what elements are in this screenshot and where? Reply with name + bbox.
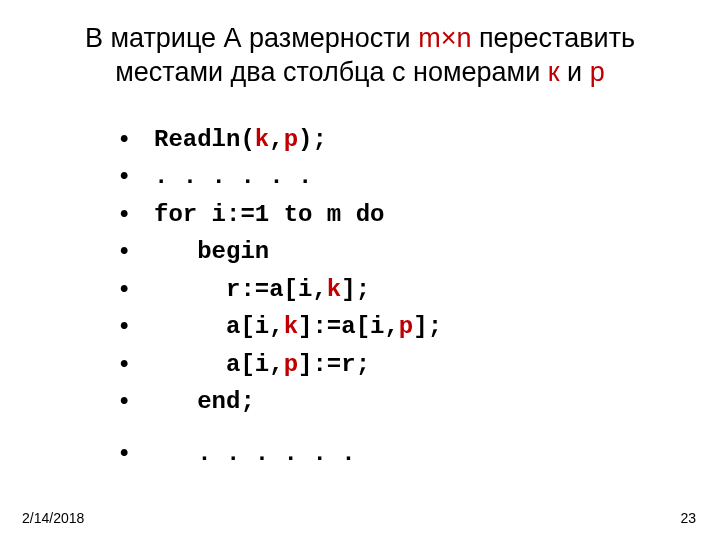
title-p: р bbox=[590, 57, 605, 87]
code-line-2: •. . . . . . bbox=[120, 157, 720, 195]
bullet-icon: • bbox=[120, 345, 154, 381]
code-line-5: • r:=a[i,k]; bbox=[120, 270, 720, 308]
code-text: . . . . . . bbox=[154, 163, 312, 190]
code-text: , bbox=[269, 126, 283, 153]
code-text: Readln( bbox=[154, 126, 255, 153]
code-text: m bbox=[312, 201, 355, 228]
code-text: ); bbox=[298, 126, 327, 153]
bullet-icon: • bbox=[120, 120, 154, 156]
code-text: ]:=a[i, bbox=[298, 313, 399, 340]
code-line-6: • a[i,k]:=a[i,p]; bbox=[120, 307, 720, 345]
title-dim: m×n bbox=[418, 23, 471, 53]
code-text: i:=1 bbox=[197, 201, 283, 228]
bullet-icon: • bbox=[120, 157, 154, 193]
code-line-4: • begin bbox=[120, 232, 720, 270]
title-k: к bbox=[548, 57, 560, 87]
code-var-k: k bbox=[255, 126, 269, 153]
code-text: r:=a[i, bbox=[154, 276, 327, 303]
code-var-p: p bbox=[284, 126, 298, 153]
slide-title: В матрице А размерности m×n переставить … bbox=[0, 0, 720, 90]
code-var-p: p bbox=[399, 313, 413, 340]
code-text: ]; bbox=[413, 313, 442, 340]
code-line-9: • . . . . . . bbox=[120, 434, 720, 472]
code-text: a[i, bbox=[154, 313, 284, 340]
code-kw: end; bbox=[154, 388, 255, 415]
code-var-p: p bbox=[284, 351, 298, 378]
code-kw: do bbox=[356, 201, 385, 228]
code-var-k: k bbox=[327, 276, 341, 303]
bullet-icon: • bbox=[120, 307, 154, 343]
bullet-icon: • bbox=[120, 270, 154, 306]
code-line-7: • a[i,p]:=r; bbox=[120, 345, 720, 383]
bullet-icon: • bbox=[120, 232, 154, 268]
code-text: . . . . . . bbox=[154, 440, 356, 467]
code-kw: begin bbox=[154, 238, 269, 265]
code-block: •Readln(k,p); •. . . . . . •for i:=1 to … bbox=[120, 120, 720, 472]
footer-date: 2/14/2018 bbox=[22, 510, 84, 526]
code-var-k: k bbox=[284, 313, 298, 340]
code-kw: for bbox=[154, 201, 197, 228]
code-line-8: • end; bbox=[120, 382, 720, 420]
bullet-icon: • bbox=[120, 195, 154, 231]
code-kw: to bbox=[284, 201, 313, 228]
code-text: a[i, bbox=[154, 351, 284, 378]
slide: В матрице А размерности m×n переставить … bbox=[0, 0, 720, 540]
code-text: ]; bbox=[341, 276, 370, 303]
code-text: ]:=r; bbox=[298, 351, 370, 378]
code-line-3: •for i:=1 to m do bbox=[120, 195, 720, 233]
footer-page-number: 23 bbox=[680, 510, 696, 526]
bullet-icon: • bbox=[120, 434, 154, 470]
code-line-1: •Readln(k,p); bbox=[120, 120, 720, 158]
bullet-icon: • bbox=[120, 382, 154, 418]
title-part-1: В матрице А размерности bbox=[85, 23, 418, 53]
title-and: и bbox=[560, 57, 590, 87]
